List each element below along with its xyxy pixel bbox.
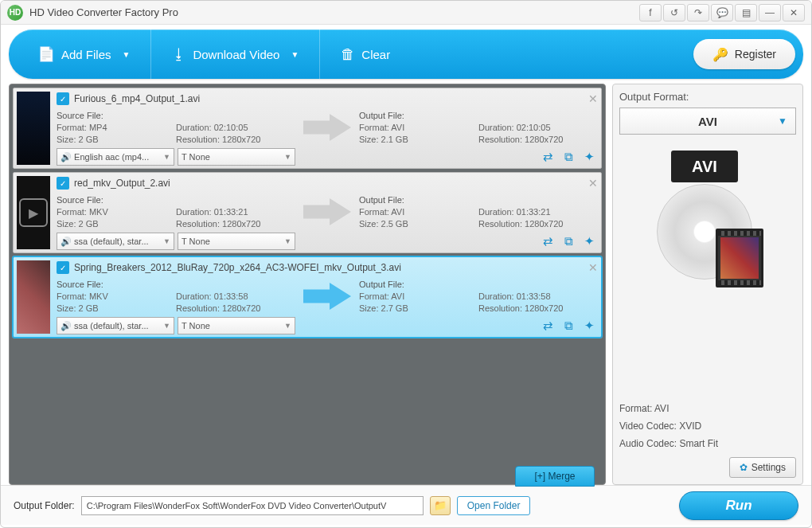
effects-icon[interactable]: ✦ (580, 233, 598, 250)
undo-icon[interactable]: ↺ (663, 4, 685, 22)
thumbnail[interactable]: ▶ (17, 176, 50, 249)
app-title: HD Video Converter Factory Pro (29, 6, 639, 18)
thumbnail[interactable] (17, 92, 50, 165)
crop-icon[interactable]: ⧉ (560, 317, 577, 334)
file-item[interactable]: ✓Furious_6_mp4_Output_1.avi✕ Source File… (13, 88, 602, 169)
chevron-down-icon: ▼ (778, 115, 787, 127)
file-item-selected[interactable]: ✓Spring_Breakers_2012_BluRay_720p_x264_A… (13, 256, 602, 338)
checkbox[interactable]: ✓ (57, 92, 69, 105)
arrow-icon (303, 283, 351, 310)
subtitle-select[interactable]: T None▼ (178, 317, 295, 334)
remove-icon[interactable]: ✕ (588, 177, 598, 190)
effects-icon[interactable]: ✦ (580, 317, 598, 334)
chevron-down-icon: ▼ (123, 50, 131, 59)
file-name: Spring_Breakers_2012_BluRay_720p_x264_AC… (74, 262, 401, 273)
download-video-button[interactable]: ⭳Download Video▼ (150, 29, 319, 79)
gear-icon: ✿ (740, 462, 748, 473)
subtitle-select[interactable]: T None▼ (178, 148, 295, 166)
checkbox[interactable]: ✓ (57, 261, 69, 274)
checkbox[interactable]: ✓ (57, 177, 69, 190)
add-files-button[interactable]: 📄Add Files▼ (17, 29, 150, 79)
output-folder-label: Output Folder: (14, 500, 75, 511)
trash-icon: 🗑 (341, 46, 355, 63)
shuffle-icon[interactable]: ⇄ (539, 233, 556, 250)
register-button[interactable]: 🔑Register (693, 39, 795, 69)
output-format-select[interactable]: AVI▼ (619, 108, 796, 135)
effects-icon[interactable]: ✦ (580, 148, 598, 166)
feedback-icon[interactable]: 💬 (711, 4, 733, 22)
redo-icon[interactable]: ↷ (687, 4, 709, 22)
thumbnail[interactable] (17, 260, 50, 334)
close-icon[interactable]: ✕ (783, 4, 805, 22)
vcodec-info: Video Codec: XVID (619, 417, 796, 435)
format-info: Format: AVI (619, 400, 796, 417)
audio-track-select[interactable]: 🔊 ssa (default), star...▼ (57, 233, 174, 250)
remove-icon[interactable]: ✕ (588, 92, 598, 105)
output-format-header: Output Format: (619, 91, 796, 103)
audio-track-select[interactable]: 🔊 ssa (default), star...▼ (57, 317, 174, 334)
crop-icon[interactable]: ⧉ (560, 233, 577, 250)
download-icon: ⭳ (172, 46, 186, 63)
acodec-info: Audio Codec: Smart Fit (619, 435, 796, 452)
register-icon: 🔑 (712, 47, 728, 62)
run-button[interactable]: Run (679, 491, 798, 520)
output-folder-path[interactable]: C:\Program Files\WonderFox Soft\WonderFo… (81, 496, 424, 515)
format-preview: AVI (652, 151, 763, 310)
add-file-icon: 📄 (37, 45, 55, 63)
facebook-icon[interactable]: f (639, 4, 662, 22)
minimize-icon[interactable]: — (759, 4, 781, 22)
crop-icon[interactable]: ⧉ (560, 148, 577, 166)
output-format-panel: Output Format: AVI▼ AVI Format: AVI Vide… (612, 84, 803, 485)
menu-icon[interactable]: ▤ (735, 4, 757, 22)
play-icon: ▶ (19, 198, 48, 227)
open-folder-button[interactable]: Open Folder (457, 496, 531, 515)
remove-icon[interactable]: ✕ (588, 261, 598, 274)
settings-button[interactable]: ✿Settings (729, 457, 796, 478)
file-list: ✓Furious_6_mp4_Output_1.avi✕ Source File… (9, 84, 606, 485)
arrow-icon (303, 198, 351, 225)
merge-button[interactable]: [+] Merge (515, 466, 595, 487)
file-name: red_mkv_Output_2.avi (74, 178, 170, 189)
file-name: Furious_6_mp4_Output_1.avi (74, 93, 200, 104)
browse-folder-button[interactable]: 📁 (430, 496, 451, 515)
file-item[interactable]: ▶ ✓red_mkv_Output_2.avi✕ Source File:For… (13, 172, 602, 253)
shuffle-icon[interactable]: ⇄ (539, 317, 556, 334)
audio-track-select[interactable]: 🔊 English aac (mp4...▼ (57, 148, 174, 166)
clear-button[interactable]: 🗑Clear (319, 29, 411, 79)
chevron-down-icon: ▼ (291, 50, 299, 59)
arrow-icon (303, 114, 351, 141)
shuffle-icon[interactable]: ⇄ (539, 148, 556, 166)
subtitle-select[interactable]: T None▼ (178, 233, 295, 250)
app-logo: HD (7, 5, 23, 21)
